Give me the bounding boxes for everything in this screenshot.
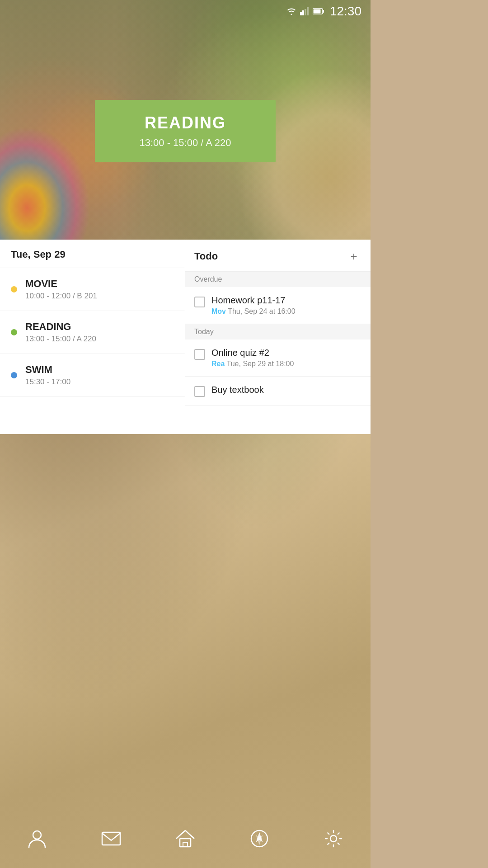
todo-checkbox-textbook[interactable] [194, 386, 205, 397]
schedule-item-info-swim: SWIM 15:30 - 17:00 [25, 364, 70, 387]
schedule-item-swim[interactable]: SWIM 15:30 - 17:00 [0, 354, 185, 397]
compass-icon [248, 827, 271, 850]
schedule-item-name-swim: SWIM [25, 364, 70, 376]
battery-icon [313, 8, 324, 15]
nav-contacts[interactable] [19, 821, 55, 857]
hero-card[interactable]: READING 13:00 - 15:00 / A 220 [95, 100, 276, 162]
todo-meta-quiz: Rea Tue, Sep 29 at 18:00 [211, 360, 294, 368]
schedule-header: Tue, Sep 29 [0, 240, 185, 268]
todo-tag-homework: Mov [211, 307, 226, 315]
todo-tag-quiz: Rea [211, 360, 225, 368]
svg-rect-2 [305, 9, 306, 15]
schedule-item-info-movie: MOVIE 10:00 - 12:00 / B 201 [25, 278, 97, 301]
svg-point-7 [33, 831, 41, 839]
hero-class-name: READING [113, 113, 258, 132]
schedule-item-name-reading: READING [25, 321, 96, 333]
main-panel: Tue, Sep 29 MOVIE 10:00 - 12:00 / B 201 … [0, 240, 371, 434]
nav-explore[interactable] [241, 821, 277, 857]
dot-movie [11, 286, 17, 292]
svg-rect-1 [302, 10, 304, 15]
schedule-panel: Tue, Sep 29 MOVIE 10:00 - 12:00 / B 201 … [0, 240, 185, 434]
person-icon [25, 827, 49, 850]
dot-swim [11, 372, 17, 378]
todo-title-textbook: Buy textbook [211, 385, 264, 395]
wifi-icon [286, 7, 296, 15]
todo-checkbox-homework[interactable] [194, 297, 205, 307]
signal-icon [300, 7, 309, 15]
svg-rect-0 [300, 12, 302, 15]
overdue-section-label: Overdue [185, 272, 371, 287]
today-section-label: Today [185, 324, 371, 340]
svg-rect-10 [183, 842, 188, 847]
schedule-item-time-swim: 15:30 - 17:00 [25, 377, 70, 387]
schedule-item-reading[interactable]: READING 13:00 - 15:00 / A 220 [0, 311, 185, 354]
svg-rect-8 [102, 832, 120, 845]
mail-icon [99, 827, 123, 850]
todo-item-quiz[interactable]: Online quiz #2 Rea Tue, Sep 29 at 18:00 [185, 340, 371, 377]
dot-reading [11, 329, 17, 335]
todo-header: Todo + [185, 240, 371, 272]
schedule-item-time-movie: 10:00 - 12:00 / B 201 [25, 292, 97, 301]
settings-icon [322, 827, 345, 850]
todo-meta-homework: Mov Thu, Sep 24 at 16:00 [211, 307, 296, 316]
svg-rect-6 [313, 9, 320, 14]
todo-title-homework: Homework p11-17 [211, 295, 296, 306]
add-todo-button[interactable]: + [346, 249, 361, 264]
todo-checkbox-quiz[interactable] [194, 349, 205, 360]
schedule-item-info-reading: READING 13:00 - 15:00 / A 220 [25, 321, 96, 344]
svg-rect-3 [307, 7, 309, 15]
todo-info-homework: Homework p11-17 Mov Thu, Sep 24 at 16:00 [211, 295, 296, 316]
nav-settings[interactable] [315, 821, 352, 857]
schedule-date: Tue, Sep 29 [11, 249, 66, 260]
bottom-nav [0, 809, 371, 868]
svg-rect-5 [323, 10, 324, 13]
todo-item-textbook[interactable]: Buy textbook [185, 377, 371, 406]
todo-item-homework[interactable]: Homework p11-17 Mov Thu, Sep 24 at 16:00 [185, 287, 371, 324]
status-icons [286, 7, 324, 15]
svg-point-14 [330, 835, 337, 842]
todo-title-quiz: Online quiz #2 [211, 348, 294, 358]
schedule-item-name-movie: MOVIE [25, 278, 97, 290]
schedule-item-movie[interactable]: MOVIE 10:00 - 12:00 / B 201 [0, 268, 185, 311]
nav-home[interactable] [167, 821, 203, 857]
nav-messages[interactable] [93, 821, 129, 857]
todo-info-textbook: Buy textbook [211, 385, 264, 397]
schedule-item-time-reading: 13:00 - 15:00 / A 220 [25, 335, 96, 344]
hero-class-time: 13:00 - 15:00 / A 220 [113, 137, 258, 149]
hero-section: READING 13:00 - 15:00 / A 220 [0, 23, 371, 240]
home-icon [174, 827, 197, 850]
todo-datetime-homework: Thu, Sep 24 at 16:00 [228, 307, 295, 315]
status-time: 12:30 [330, 4, 361, 19]
status-bar: 12:30 [0, 0, 371, 23]
todo-info-quiz: Online quiz #2 Rea Tue, Sep 29 at 18:00 [211, 348, 294, 368]
todo-title: Todo [194, 250, 218, 262]
todo-datetime-quiz: Tue, Sep 29 at 18:00 [227, 360, 294, 368]
todo-panel: Todo + Overdue Homework p11-17 Mov Thu, … [185, 240, 371, 434]
